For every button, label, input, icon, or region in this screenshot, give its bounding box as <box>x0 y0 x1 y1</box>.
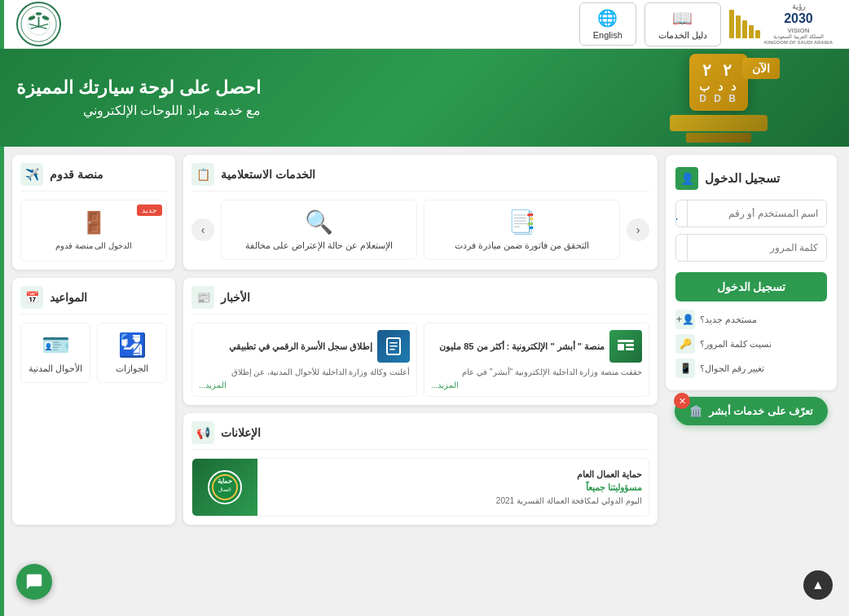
login-title-icon: 👤 <box>675 167 698 190</box>
vision-text: رؤية 2030 VISION المملكة العربية السعودي… <box>764 2 833 46</box>
svg-text:حماية: حماية <box>218 477 232 485</box>
appointments-items: 🛂 الجوازات 🪪 الأحوال المدنية <box>20 323 167 383</box>
appointments-section: المواعيد 📅 🛂 الجوازات 🪪 الأحوال المدنية <box>12 278 175 525</box>
new-user-link[interactable]: مستخدم جديد؟ 👤+ <box>675 310 827 329</box>
forgot-password-link[interactable]: نسيت كلمة المرور؟ 🔑 <box>675 334 827 354</box>
user-icon: 👤 <box>675 200 688 227</box>
news-more-1[interactable]: المزيد... <box>199 381 410 389</box>
appointment-passports[interactable]: 🛂 الجوازات <box>97 323 167 383</box>
svg-rect-8 <box>618 340 634 342</box>
news-more-0[interactable]: المزيد... <box>431 381 642 389</box>
inquiry-icon: 🔍 <box>305 209 333 235</box>
chat-button[interactable] <box>16 564 52 600</box>
now-badge: الآن <box>742 58 780 79</box>
news-title-0: منصة " أبشر " الإلكترونية : أكثر من 85 م… <box>439 341 605 352</box>
svg-rect-13 <box>389 342 398 344</box>
news-item-1-header: إطلاق سجل الأسرة الرقمي في تطبيقي <box>199 330 410 363</box>
info-services-section: الخدمات الاستعلامية 📋 ‹ 📑 التحقق من فاتو… <box>183 155 658 270</box>
globe-icon: 🌐 <box>597 8 618 28</box>
announcement-text: حماية العمال العام مسؤوليتنا جميعاً اليو… <box>264 465 649 510</box>
absher-button[interactable]: تعرّف على خدمات أبشر 🏛️ <box>675 397 829 425</box>
header: رؤية 2030 VISION المملكة العربية السعودي… <box>0 0 849 49</box>
news-section: الأخبار 📰 منصة " أبشر " الإلكترونية : أك… <box>183 278 658 405</box>
news-icon: 📰 <box>191 286 214 309</box>
verify-icon: 📑 <box>508 209 536 235</box>
info-services-icon: 📋 <box>191 163 214 186</box>
main-content: تسجيل الدخول 👤 👤 🔒 تسجيل الدخول مستخدم ج… <box>0 147 849 533</box>
announcements-header: الإعلانات 📢 <box>191 421 649 450</box>
login-title: تسجيل الدخول 👤 <box>675 167 827 190</box>
login-links: مستخدم جديد؟ 👤+ نسيت كلمة المرور؟ 🔑 تغيي… <box>675 310 827 378</box>
license-plate: ٢ ٢ د د ب D D B <box>689 54 748 111</box>
center-content: الخدمات الاستعلامية 📋 ‹ 📑 التحقق من فاتو… <box>12 155 658 525</box>
platform-entry-icon: 🚪 <box>81 210 107 235</box>
login-card: تسجيل الدخول 👤 👤 🔒 تسجيل الدخول مستخدم ج… <box>666 155 837 390</box>
banner-image: الآن ٢ ٢ د د ب D D B <box>637 53 800 143</box>
add-user-icon: 👤+ <box>675 310 695 329</box>
site-logo <box>16 2 61 46</box>
announcement-item[interactable]: حماية العمال العام مسؤوليتنا جميعاً اليو… <box>191 458 649 517</box>
announcements-icon: 📢 <box>191 421 214 444</box>
service-item-inquiry[interactable]: 🔍 الإستعلام عن حالة الإعتراض على مخالفة <box>221 200 417 260</box>
news-header: الأخبار 📰 <box>191 286 649 315</box>
change-mobile-link[interactable]: تغيير رقم الجوال؟ 📱 <box>675 359 827 378</box>
info-services-header: الخدمات الاستعلامية 📋 <box>191 163 649 191</box>
username-input[interactable] <box>688 201 826 226</box>
announcement-image: حماية العمال <box>192 459 257 516</box>
announcement-desc: اليوم الدولي لمكافحة العمالة القسرية 202… <box>271 495 642 506</box>
svg-rect-10 <box>626 344 634 346</box>
header-left: رؤية 2030 VISION المملكة العربية السعودي… <box>579 2 833 46</box>
book-icon: 📖 <box>672 8 693 28</box>
absher-container: ✕ تعرّف على خدمات أبشر 🏛️ <box>666 397 837 425</box>
info-services-grid: ‹ 📑 التحقق من فاتورة ضمن مبادرة فردت 🔍 ا… <box>191 200 649 260</box>
platform-item-container: جديد 🚪 الدخول الى منصة قدوم <box>20 200 167 262</box>
svg-point-2 <box>28 15 36 20</box>
language-button[interactable]: 🌐 English <box>579 2 636 46</box>
login-button[interactable]: تسجيل الدخول <box>675 272 827 301</box>
vision-2030-logo: رؤية 2030 VISION المملكة العربية السعودي… <box>729 2 833 46</box>
svg-rect-9 <box>618 344 624 350</box>
left-column: الأخبار 📰 منصة " أبشر " الإلكترونية : أك… <box>183 278 658 525</box>
svg-rect-11 <box>626 348 634 350</box>
platform-section: منصة قدوم ✈️ جديد 🚪 الدخول الى منصة قدوم <box>12 155 175 270</box>
vision-bars <box>729 10 760 38</box>
hero-banner: الآن ٢ ٢ د د ب D D B احصل على لوحة سيارت… <box>0 49 849 147</box>
news-item-1[interactable]: إطلاق سجل الأسرة الرقمي في تطبيقي أعلنت … <box>191 323 417 397</box>
bottom-row: الأخبار 📰 منصة " أبشر " الإلكترونية : أك… <box>12 278 658 525</box>
close-icon[interactable]: ✕ <box>674 393 690 409</box>
password-input-group[interactable]: 🔒 <box>675 234 827 262</box>
username-input-group[interactable]: 👤 <box>675 200 827 227</box>
absher-icon: 🏛️ <box>689 405 702 417</box>
news-item-0[interactable]: منصة " أبشر " الإلكترونية : أكثر من 85 م… <box>424 323 649 397</box>
news-body-0: حققت منصة وزارة الداخلية الإلكترونية "أب… <box>431 367 642 378</box>
password-input[interactable] <box>688 235 826 260</box>
mobile-icon: 📱 <box>675 359 695 378</box>
login-sidebar: تسجيل الدخول 👤 👤 🔒 تسجيل الدخول مستخدم ج… <box>666 155 837 525</box>
news-title-1: إطلاق سجل الأسرة الرقمي في تطبيقي <box>229 341 372 352</box>
scroll-top-button[interactable]: ▲ <box>803 570 833 600</box>
platform-icon: ✈️ <box>20 163 43 186</box>
announcement-title: حماية العمال العام <box>271 469 642 480</box>
news-body-1: أعلنت وكالة وزارة الداخلية للأحوال المدن… <box>199 367 410 378</box>
announcement-subtitle: مسؤوليتنا جميعاً <box>271 482 642 493</box>
news-items: منصة " أبشر " الإلكترونية : أكثر من 85 م… <box>191 323 649 397</box>
announcements-section: الإعلانات 📢 حماية العمال العام مسؤوليتنا… <box>183 413 658 525</box>
appointments-header: المواعيد 📅 <box>20 286 167 315</box>
key-icon: 🔑 <box>675 334 695 354</box>
svg-rect-15 <box>389 349 395 350</box>
appointments-icon: 📅 <box>20 286 43 309</box>
appointment-civil[interactable]: 🪪 الأحوال المدنية <box>20 323 90 383</box>
svg-rect-14 <box>389 345 398 347</box>
news-thumb-0 <box>609 330 642 363</box>
prev-arrow[interactable]: ‹ <box>627 218 649 241</box>
svg-text:العمال: العمال <box>218 487 231 492</box>
lock-icon: 🔒 <box>675 235 688 261</box>
passport-icon: 🛂 <box>118 332 147 359</box>
svg-point-3 <box>42 15 50 20</box>
platform-enter-button[interactable]: جديد 🚪 الدخول الى منصة قدوم <box>20 200 167 262</box>
next-arrow[interactable]: › <box>191 218 214 241</box>
services-guide-button[interactable]: 📖 دليل الخدمات <box>644 2 721 46</box>
banner-text: احصل على لوحة سيارتك المميزة مع خدمة مزا… <box>16 77 261 118</box>
service-item-verify[interactable]: 📑 التحقق من فاتورة ضمن مبادرة فردت <box>424 200 620 260</box>
news-item-0-header: منصة " أبشر " الإلكترونية : أكثر من 85 م… <box>431 330 642 363</box>
